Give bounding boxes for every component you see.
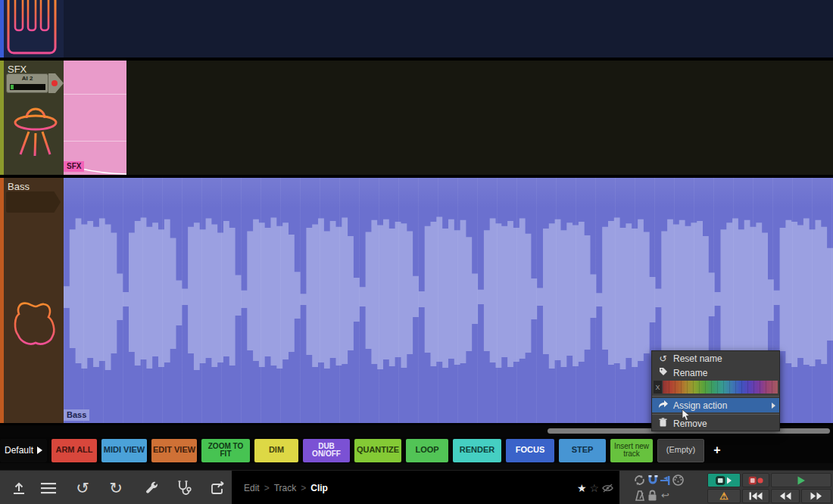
sfx-level-meter [10, 84, 45, 90]
record-dot-icon [51, 80, 58, 86]
midi-view-button[interactable]: MIDI VIEW [101, 439, 147, 462]
chords-track-lane[interactable] [64, 0, 833, 58]
warning-button[interactable]: ⚠ [707, 489, 741, 503]
scripting-button[interactable] [171, 475, 197, 500]
share-export-icon [210, 481, 226, 496]
lock-icon [647, 490, 657, 501]
clip-context-menu: ↺ Reset name Rename X Assign action R [651, 350, 780, 431]
piano-icon [6, 0, 59, 56]
record-icon [748, 476, 763, 485]
empty-macro-slot[interactable]: (Empty) [657, 439, 704, 462]
punch-flag-icon [660, 475, 671, 486]
menu-item-rename[interactable]: Rename [652, 366, 779, 380]
sfx-record-arm-button[interactable] [48, 73, 64, 93]
upload-icon [11, 481, 27, 496]
preferences-button[interactable] [139, 475, 164, 500]
eye-slash-icon[interactable] [602, 484, 613, 493]
chords-track-header[interactable] [0, 0, 64, 58]
bass-track-color-strip [0, 178, 4, 423]
track-row-chords[interactable] [0, 0, 833, 58]
color-picker-strip[interactable] [663, 381, 778, 394]
skip-to-start-icon [749, 492, 763, 500]
menu-item-remove[interactable]: Remove [652, 416, 779, 431]
sfx-input-meter[interactable]: AI 2 [6, 73, 48, 93]
submenu-arrow-icon [772, 403, 775, 409]
ufo-icon [10, 97, 61, 160]
record-play-mode-button[interactable] [707, 473, 741, 487]
main-menu-button[interactable] [36, 475, 61, 500]
breadcrumb-separator: > [301, 483, 306, 493]
color-clear-button[interactable]: X [654, 381, 662, 394]
bass-track-name: Bass [8, 181, 30, 192]
render-button[interactable]: RENDER [453, 439, 501, 462]
track-row-sfx[interactable]: SFX SFX AI 2 [0, 61, 833, 175]
stethoscope-icon [176, 481, 192, 496]
chords-track-color-strip [0, 0, 4, 58]
menu-separator [652, 396, 779, 397]
status-transport-bar: ↺ ↻ Edit > [0, 470, 833, 504]
quantize-button[interactable]: QUANTIZE [354, 439, 401, 462]
undo-icon: ↺ [76, 480, 89, 496]
midi-din-icon [672, 474, 684, 486]
undo-button[interactable]: ↺ [70, 475, 95, 500]
fast-forward-button[interactable] [801, 489, 831, 503]
redo-button[interactable]: ↻ [103, 475, 129, 500]
arm-all-button[interactable]: ARM ALL [51, 439, 97, 462]
menu-separator [652, 414, 779, 415]
sync-toggle[interactable] [633, 474, 646, 487]
midi-in-indicator[interactable] [672, 474, 685, 487]
play-button[interactable] [771, 473, 831, 487]
play-icon [797, 476, 806, 485]
dim-button[interactable]: DIM [254, 439, 298, 462]
share-project-button[interactable] [204, 475, 230, 500]
sfx-clip-label: SFX [64, 161, 84, 172]
add-macro-button[interactable]: + [709, 439, 725, 462]
assign-arrow-icon [658, 400, 668, 411]
record-button[interactable] [742, 473, 769, 487]
return-to-cue-toggle[interactable]: ↩ [659, 489, 672, 502]
breadcrumb-track[interactable]: Track [274, 483, 297, 493]
export-stems-button[interactable] [6, 475, 32, 500]
trash-icon [658, 418, 668, 429]
reset-icon: ↺ [658, 353, 668, 364]
warning-icon: ⚠ [719, 490, 728, 502]
clip-play-icon [716, 476, 732, 485]
bass-clip-label: Bass [64, 409, 89, 421]
sfx-clip[interactable]: SFX [64, 61, 126, 175]
sfx-track-color-strip [0, 61, 4, 175]
rewind-button[interactable] [771, 489, 800, 503]
step-button[interactable]: STEP [559, 439, 606, 462]
sfx-track-header[interactable]: SFX AI 2 [0, 61, 64, 175]
bass-name-strip[interactable] [6, 191, 61, 213]
edit-view-button[interactable]: EDIT VIEW [151, 439, 197, 462]
go-to-start-button[interactable] [742, 489, 769, 503]
zoom-to-fit-button[interactable]: ZOOM TO FIT [201, 439, 250, 462]
snap-toggle[interactable] [646, 474, 659, 487]
redo-icon: ↻ [109, 480, 123, 496]
sfx-track-lane[interactable]: SFX [64, 61, 833, 175]
lock-toggle[interactable] [646, 489, 659, 502]
preset-selector-button[interactable]: Default [0, 439, 47, 462]
bass-track-header[interactable]: Bass [0, 178, 64, 423]
bass-guitar-icon [12, 284, 58, 353]
punch-toggle[interactable] [659, 474, 672, 487]
star-outline-icon[interactable]: ☆ [590, 482, 600, 494]
hamburger-menu-icon [41, 482, 56, 494]
rewind-icon [779, 492, 791, 500]
macro-toolbar: Default ARM ALL MIDI VIEW EDIT VIEW ZOOM… [0, 437, 833, 463]
loop-return-icon: ↩ [661, 490, 669, 501]
fast-forward-icon [810, 492, 822, 500]
insert-new-track-button[interactable]: Insert new track [610, 439, 653, 462]
menu-item-assign-action[interactable]: Assign action [652, 398, 779, 412]
dub-on-off-button[interactable]: DUB ON/OFF [303, 439, 350, 462]
metronome-toggle[interactable] [633, 489, 646, 502]
toolbar-gap [0, 463, 833, 470]
focus-button[interactable]: FOCUS [506, 439, 554, 462]
star-filled-icon[interactable]: ★ [577, 482, 587, 494]
breadcrumb-edit[interactable]: Edit [244, 483, 260, 493]
menu-item-reset-name[interactable]: ↺ Reset name [652, 351, 779, 366]
metronome-icon [635, 490, 645, 501]
daw-window: SFX SFX AI 2 [0, 0, 833, 504]
loop-button[interactable]: LOOP [406, 439, 448, 462]
menu-label: Reset name [673, 353, 722, 364]
